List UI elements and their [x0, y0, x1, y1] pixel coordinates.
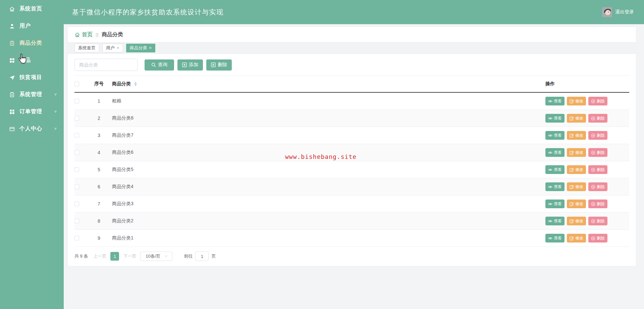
row-checkbox[interactable]: [74, 99, 79, 103]
view-button[interactable]: 查看: [545, 234, 565, 242]
view-button[interactable]: 查看: [545, 217, 565, 225]
row-category: 商品分类8: [109, 115, 545, 121]
eye-icon: [548, 133, 552, 138]
row-category: 商品分类2: [109, 218, 545, 224]
category-table: 序号 商品分类 操作 1 粗粮: [74, 76, 629, 247]
edit-button[interactable]: 修改: [567, 131, 586, 140]
row-index: 7: [89, 201, 109, 207]
delete-row-button[interactable]: 删除: [588, 182, 607, 191]
delete-row-button[interactable]: 删除: [588, 131, 607, 140]
view-button[interactable]: 查看: [545, 200, 565, 208]
clipboard-icon: [9, 92, 15, 98]
delete-row-button[interactable]: 删除: [588, 114, 607, 123]
column-header-category[interactable]: 商品分类: [109, 81, 545, 87]
circle-x-icon: [591, 236, 595, 240]
clipboard-icon: [9, 40, 15, 46]
edit-button[interactable]: 修改: [567, 97, 586, 105]
view-button[interactable]: 查看: [545, 114, 565, 123]
delete-row-button[interactable]: 删除: [588, 165, 607, 174]
user-menu[interactable]: 退出登录: [602, 7, 634, 17]
delete-row-button[interactable]: 删除: [588, 97, 607, 105]
search-input[interactable]: [74, 59, 138, 71]
avatar[interactable]: [602, 7, 612, 17]
table-row: 6 商品分类4 查看 修改: [74, 178, 629, 195]
edit-icon: [570, 236, 574, 240]
goto-page-input[interactable]: [195, 252, 209, 261]
page-size-select[interactable]: 10条/页 ˅: [140, 252, 172, 261]
grid-icon: [9, 109, 15, 115]
table-header-row: 序号 商品分类 操作: [74, 76, 629, 93]
sidebar-item-system-mgmt[interactable]: 系统管理 ˅: [0, 86, 64, 103]
sidebar-item-products[interactable]: 产品: [0, 52, 64, 69]
table-body: 1 粗粮 查看 修改: [74, 93, 629, 247]
prev-page-button[interactable]: 上一页: [93, 253, 106, 259]
current-page-button[interactable]: 1: [110, 252, 119, 261]
row-checkbox[interactable]: [74, 202, 79, 206]
eye-icon: [548, 185, 552, 189]
delete-row-button[interactable]: 删除: [588, 217, 607, 225]
sidebar-item-label: 订单管理: [19, 108, 42, 115]
eye-icon: [548, 236, 552, 240]
view-button[interactable]: 查看: [545, 131, 565, 140]
tab-home[interactable]: 系统首页: [74, 44, 99, 52]
row-checkbox[interactable]: [74, 116, 79, 121]
row-checkbox[interactable]: [74, 167, 79, 172]
row-checkbox[interactable]: [74, 184, 79, 189]
edit-icon: [570, 116, 574, 121]
delete-row-button[interactable]: 删除: [588, 148, 607, 157]
tab-categories[interactable]: 商品分类 ×: [126, 44, 156, 52]
edit-button[interactable]: 修改: [567, 148, 586, 157]
edit-icon: [570, 185, 574, 189]
sidebar-item-projects[interactable]: 扶贫项目: [0, 69, 64, 86]
row-checkbox[interactable]: [74, 236, 79, 240]
eye-icon: [548, 150, 552, 155]
delete-button[interactable]: 删除: [206, 59, 232, 71]
circle-x-icon: [591, 133, 595, 138]
sidebar-item-users[interactable]: 用户: [0, 17, 64, 35]
view-button[interactable]: 查看: [545, 182, 565, 191]
close-icon[interactable]: ×: [149, 46, 152, 50]
row-category: 商品分类6: [109, 149, 545, 156]
edit-button[interactable]: 修改: [567, 234, 586, 242]
edit-button[interactable]: 修改: [567, 217, 586, 225]
table-row: 2 商品分类8 查看 修改: [74, 110, 629, 127]
add-button[interactable]: 添加: [177, 59, 203, 71]
sort-icon[interactable]: [134, 82, 137, 86]
table-row: 1 粗粮 查看 修改: [74, 93, 629, 110]
row-category: 商品分类4: [109, 184, 545, 190]
eye-icon: [548, 202, 552, 206]
row-index: 2: [89, 116, 109, 121]
sidebar-item-order-mgmt[interactable]: 订单管理 ˅: [0, 103, 64, 120]
query-button[interactable]: 查询: [145, 59, 174, 71]
breadcrumb-home[interactable]: 首页: [74, 31, 93, 38]
view-button[interactable]: 查看: [545, 165, 565, 174]
edit-button[interactable]: 修改: [567, 114, 586, 123]
tab-users[interactable]: 用户 ×: [102, 44, 123, 52]
sidebar-item-label: 用户: [19, 23, 31, 30]
sidebar-item-profile[interactable]: 个人中心 ˅: [0, 120, 64, 137]
row-checkbox[interactable]: [74, 150, 79, 155]
sidebar-item-label: 商品分类: [19, 40, 42, 47]
row-checkbox[interactable]: [74, 219, 79, 223]
next-page-button[interactable]: 下一页: [123, 253, 136, 259]
circle-x-icon: [591, 168, 595, 172]
row-index: 3: [89, 133, 109, 138]
row-checkbox[interactable]: [74, 133, 79, 138]
edit-button[interactable]: 修改: [567, 200, 586, 208]
logout-button[interactable]: 退出登录: [615, 9, 634, 15]
delete-row-button[interactable]: 删除: [588, 234, 607, 242]
chevron-down-icon: ˅: [54, 109, 57, 114]
edit-button[interactable]: 修改: [567, 182, 586, 191]
circle-x-icon: [591, 116, 595, 121]
edit-button[interactable]: 修改: [567, 165, 586, 174]
view-button[interactable]: 查看: [545, 148, 565, 157]
row-index: 5: [89, 167, 109, 172]
delete-row-button[interactable]: 删除: [588, 200, 607, 208]
sidebar-item-categories[interactable]: 商品分类: [0, 35, 64, 52]
send-icon: [9, 75, 15, 81]
view-button[interactable]: 查看: [545, 97, 565, 105]
close-icon[interactable]: ×: [117, 46, 119, 50]
row-index: 6: [89, 184, 109, 189]
sidebar-item-home[interactable]: 系统首页: [0, 0, 64, 17]
select-all-checkbox[interactable]: [74, 82, 79, 86]
